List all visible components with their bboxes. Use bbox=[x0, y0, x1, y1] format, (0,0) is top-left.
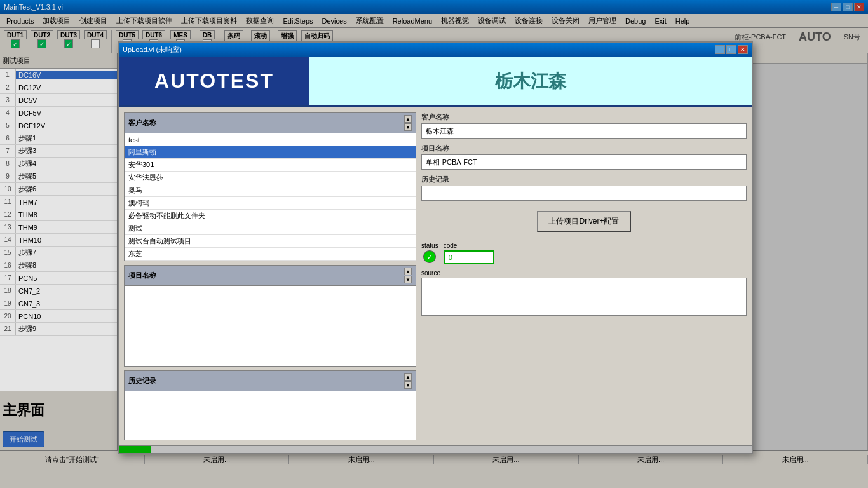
dialog-logo-text: AUTOTEST bbox=[154, 69, 274, 93]
source-label: source bbox=[421, 269, 747, 276]
dialog-company-area: 栃木江森 bbox=[309, 57, 752, 105]
customer-list-item[interactable]: 阿里斯顿 bbox=[125, 146, 416, 159]
dialog-progress-fill bbox=[119, 446, 151, 453]
dialog-header: AUTOTEST 栃木江森 bbox=[119, 57, 752, 107]
history-list-header: 历史记录 ▲ ▼ bbox=[124, 370, 416, 391]
history-input[interactable] bbox=[421, 186, 747, 201]
dialog-title-bar: UpLoad.vi (未响应) ─ □ ✕ bbox=[119, 43, 752, 57]
project-name-label: 项目名称 bbox=[421, 144, 747, 153]
dialog-title-buttons: ─ □ ✕ bbox=[715, 45, 748, 54]
dialog-title: UpLoad.vi (未响应) bbox=[123, 45, 182, 55]
customer-list-section: 客户名称 ▲ ▼ test阿里斯顿安华301安华法恩莎奥马澳柯玛必备驱动不能删此… bbox=[124, 112, 416, 261]
code-input[interactable] bbox=[444, 250, 494, 264]
customer-list-header: 客户名称 ▲ ▼ bbox=[124, 112, 416, 133]
customer-list-item[interactable]: 测试 bbox=[125, 222, 416, 235]
customer-list-item[interactable]: test bbox=[125, 133, 416, 146]
project-name-group: 项目名称 bbox=[421, 144, 747, 170]
dialog-body: 客户名称 ▲ ▼ test阿里斯顿安华301安华法恩莎奥马澳柯玛必备驱动不能删此… bbox=[119, 107, 752, 445]
dialog-minimize-button[interactable]: ─ bbox=[715, 45, 725, 54]
dialog-right-panel: 客户名称 项目名称 历史记录 上传项目Driver+配置 status ✓ bbox=[421, 112, 747, 440]
status-led: ✓ bbox=[423, 250, 436, 263]
project-list-content bbox=[124, 286, 416, 367]
status-indicator: status ✓ bbox=[421, 242, 438, 263]
project-list-header: 项目名称 ▲ ▼ bbox=[124, 265, 416, 286]
history-list-scroll-down[interactable]: ▼ bbox=[404, 381, 412, 389]
customer-name-group: 客户名称 bbox=[421, 112, 747, 139]
history-list-content bbox=[124, 391, 416, 440]
code-label: code bbox=[444, 242, 494, 249]
project-list-scroll-down[interactable]: ▼ bbox=[404, 276, 412, 283]
customer-list-content: test阿里斯顿安华301安华法恩莎奥马澳柯玛必备驱动不能删此文件夹测试测试台自… bbox=[124, 133, 416, 261]
customer-name-input[interactable] bbox=[421, 123, 747, 139]
upload-button[interactable]: 上传项目Driver+配置 bbox=[537, 211, 630, 232]
customer-list-item[interactable]: 安华法恩莎 bbox=[125, 172, 416, 184]
history-label: 历史记录 bbox=[421, 175, 747, 184]
dialog-progress-bar bbox=[119, 445, 752, 453]
history-list-section: 历史记录 ▲ ▼ bbox=[124, 370, 416, 440]
customer-list-item[interactable]: 安华301 bbox=[125, 159, 416, 172]
dialog-company-text: 栃木江森 bbox=[495, 69, 566, 93]
code-group: code bbox=[444, 242, 494, 264]
status-code-row: status ✓ code bbox=[421, 242, 747, 264]
source-group: source bbox=[421, 269, 747, 440]
project-list-section: 项目名称 ▲ ▼ bbox=[124, 265, 416, 367]
customer-list-item[interactable]: 澳柯玛 bbox=[125, 197, 416, 210]
dialog-left-panel: 客户名称 ▲ ▼ test阿里斯顿安华301安华法恩莎奥马澳柯玛必备驱动不能删此… bbox=[124, 112, 416, 440]
customer-list-item[interactable]: 必备驱动不能删此文件夹 bbox=[125, 210, 416, 222]
customer-name-label: 客户名称 bbox=[421, 112, 747, 122]
dialog-close-button[interactable]: ✕ bbox=[738, 45, 748, 54]
upload-dialog: UpLoad.vi (未响应) ─ □ ✕ AUTOTEST 栃木江森 bbox=[118, 41, 753, 454]
dialog-maximize-button[interactable]: □ bbox=[726, 45, 736, 54]
customer-list-scroll-down[interactable]: ▼ bbox=[404, 123, 412, 131]
customer-list-item[interactable]: 测试台自动测试项目 bbox=[125, 235, 416, 248]
customer-list-scroll-up[interactable]: ▲ bbox=[404, 115, 412, 123]
history-group: 历史记录 bbox=[421, 175, 747, 201]
project-list-scroll-up[interactable]: ▲ bbox=[404, 268, 412, 275]
dialog-logo-area: AUTOTEST bbox=[119, 57, 309, 105]
history-list-scroll-up[interactable]: ▲ bbox=[404, 373, 412, 381]
customer-list-item[interactable]: 东芝 bbox=[125, 248, 416, 261]
source-textarea[interactable] bbox=[421, 278, 747, 316]
status-label: status bbox=[421, 242, 438, 249]
customer-list-item[interactable]: 奥马 bbox=[125, 184, 416, 197]
project-name-input[interactable] bbox=[421, 154, 747, 170]
modal-overlay: UpLoad.vi (未响应) ─ □ ✕ AUTOTEST 栃木江森 bbox=[0, 0, 868, 488]
